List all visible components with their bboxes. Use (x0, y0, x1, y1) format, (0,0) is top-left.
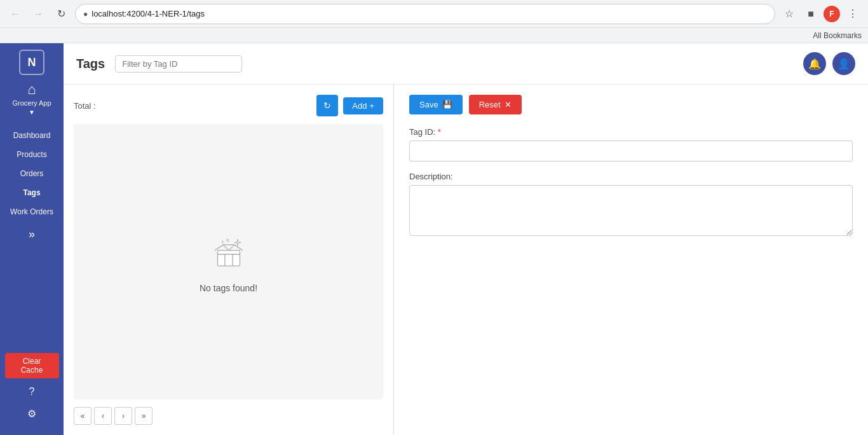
page-header: Tags 🔔 👤 (64, 43, 868, 85)
sidebar: N ⌂ Grocery App ▼ Dashboard Products Ord… (0, 43, 64, 435)
reset-button[interactable]: Reset ✕ (469, 95, 522, 114)
save-icon: 💾 (442, 100, 452, 109)
pagination: « ‹ › » (74, 407, 383, 425)
browser-chrome: ← → ↻ ● localhost:4200/4-1-NER-1/tags ☆ … (0, 0, 868, 28)
first-page-button[interactable]: « (74, 407, 92, 425)
add-button[interactable]: Add + (343, 97, 383, 114)
left-panel-toolbar: Total : ↻ Add + (74, 95, 383, 116)
empty-text: No tags found! (200, 283, 257, 293)
reload-button[interactable]: ↻ (52, 5, 70, 23)
required-marker: * (438, 127, 441, 137)
page-title: Tags (76, 57, 105, 71)
tag-id-group: Tag ID: * (409, 127, 853, 162)
sidebar-logo: N (19, 50, 44, 75)
url-text: localhost:4200/4-1-NER-1/tags (92, 9, 767, 18)
description-group: Description: (409, 172, 853, 238)
sidebar-item-products[interactable]: Products (0, 145, 64, 164)
save-button[interactable]: Save 💾 (409, 95, 463, 114)
left-panel: Total : ↻ Add + (64, 85, 394, 435)
secure-icon: ● (83, 10, 88, 18)
back-button[interactable]: ← (6, 5, 24, 23)
svg-rect-0 (217, 250, 240, 266)
bookmark-star-button[interactable]: ☆ (780, 5, 798, 23)
tag-id-input[interactable] (409, 141, 853, 162)
main-content: Tags 🔔 👤 Total : ↻ Add + (64, 43, 868, 435)
address-bar: ● localhost:4200/4-1-NER-1/tags (75, 4, 775, 24)
description-label: Description: (409, 172, 853, 181)
sidebar-item-tags[interactable]: Tags (0, 183, 64, 202)
menu-button[interactable]: ⋮ (844, 5, 862, 23)
right-panel: Save 💾 Reset ✕ Tag ID: * (394, 85, 868, 435)
filter-input[interactable] (115, 55, 242, 72)
header-actions: 🔔 👤 (803, 52, 855, 75)
sidebar-bottom: Clear Cache ? ⚙ (0, 353, 64, 429)
prev-page-button[interactable]: ‹ (94, 407, 112, 425)
refresh-button[interactable]: ↻ (316, 95, 338, 116)
sidebar-app-chevron: ▼ (29, 109, 35, 116)
sidebar-expand-button[interactable]: » (0, 221, 64, 247)
help-button[interactable]: ? (0, 383, 64, 400)
sidebar-app-label: Grocery App (12, 99, 51, 107)
empty-state: No tags found! (74, 124, 383, 399)
sidebar-item-work-orders[interactable]: Work Orders (0, 202, 64, 221)
svg-point-1 (226, 239, 229, 242)
settings-button[interactable]: ⚙ (0, 405, 64, 422)
empty-box-icon (207, 231, 251, 275)
tag-id-label: Tag ID: * (409, 127, 853, 137)
forward-button[interactable]: → (29, 5, 47, 23)
description-textarea[interactable] (409, 185, 853, 236)
extensions-button[interactable]: ■ (802, 5, 820, 23)
last-page-button[interactable]: » (135, 407, 153, 425)
sidebar-item-dashboard[interactable]: Dashboard (0, 126, 64, 145)
sidebar-item-orders[interactable]: Orders (0, 164, 64, 183)
notification-button[interactable]: 🔔 (803, 52, 826, 75)
reset-x-icon: ✕ (505, 100, 512, 109)
sidebar-nav: Dashboard Products Orders Tags Work Orde… (0, 126, 64, 353)
sidebar-app-section: ⌂ Grocery App ▼ (12, 81, 51, 116)
next-page-button[interactable]: › (114, 407, 132, 425)
user-button[interactable]: 👤 (832, 52, 855, 75)
bookmarks-bar-text: All Bookmarks (813, 31, 862, 40)
app-container: N ⌂ Grocery App ▼ Dashboard Products Ord… (0, 43, 868, 435)
home-icon: ⌂ (27, 81, 36, 98)
browser-actions: ☆ ■ F ⋮ (780, 5, 862, 23)
right-panel-toolbar: Save 💾 Reset ✕ (409, 95, 853, 114)
plus-icon: + (369, 101, 374, 111)
clear-cache-button[interactable]: Clear Cache (5, 353, 59, 378)
content-area: Total : ↻ Add + (64, 85, 868, 435)
profile-circle[interactable]: F (824, 6, 840, 22)
bookmarks-bar: All Bookmarks (0, 28, 868, 43)
total-label: Total : (74, 101, 96, 111)
